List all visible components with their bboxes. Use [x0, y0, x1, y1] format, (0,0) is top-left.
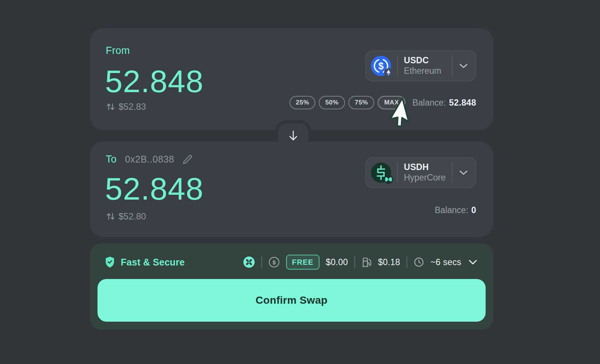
chevron-down-icon: [459, 170, 468, 176]
expand-details-button[interactable]: [468, 259, 478, 266]
dollar-circle-icon: $: [268, 257, 280, 268]
to-balance-label: Balance:: [435, 205, 468, 215]
from-fiat-value: $52.83: [118, 101, 146, 112]
from-balance-label: Balance:: [412, 98, 446, 108]
percent-25-button[interactable]: 25%: [290, 96, 316, 109]
to-card: To 0x2B..0838 52.848 $52.80: [90, 142, 493, 237]
percent-row: 25% 50% 75% MAX Balance: 52.848: [290, 96, 476, 109]
fee-value: $0.00: [326, 257, 348, 267]
gas-value: $0.18: [378, 257, 400, 267]
from-card: From 52.848 $52.83 $: [90, 28, 493, 130]
to-fiat-row: $52.80: [106, 211, 146, 222]
edit-recipient-button[interactable]: [183, 155, 192, 164]
to-fiat-value: $52.80: [118, 211, 146, 222]
free-fee-badge: FREE: [286, 255, 320, 270]
usdh-token-icon: [371, 163, 391, 183]
from-label: From: [106, 45, 130, 57]
from-token-symbol: USDC: [404, 55, 429, 66]
to-token-selector[interactable]: USDH HyperCore: [365, 157, 476, 188]
from-fiat-row: $52.83: [106, 101, 146, 112]
security-status: Fast & Secure: [104, 256, 185, 268]
from-balance: Balance: 52.848: [412, 98, 476, 108]
token-selector-divider: [397, 163, 398, 183]
shield-check-icon: [104, 256, 116, 268]
swap-summary-panel: Fast & Secure $ FREE $0.00: [90, 243, 493, 330]
gas-pump-icon: [362, 257, 372, 267]
percent-50-button[interactable]: 50%: [319, 96, 345, 109]
from-token-network: Ethereum: [404, 66, 441, 76]
clock-icon: [414, 257, 424, 267]
from-balance-value: 52.848: [449, 98, 476, 108]
to-token-symbol: USDH: [404, 162, 429, 173]
svg-text:$: $: [272, 259, 276, 266]
percent-max-button[interactable]: MAX: [378, 96, 405, 109]
chevron-down-icon: [468, 259, 478, 266]
summary-row: Fast & Secure $ FREE $0.00: [104, 252, 478, 272]
summary-divider: [406, 257, 407, 268]
eta-value: ~6 secs: [430, 257, 461, 267]
percent-75-button[interactable]: 75%: [348, 96, 375, 109]
to-balance-value: 0: [471, 205, 476, 215]
summary-divider: [261, 257, 262, 268]
summary-divider: [354, 257, 355, 268]
across-protocol-icon: [243, 256, 255, 268]
swap-vertical-icon: [106, 212, 116, 221]
security-label: Fast & Secure: [121, 257, 185, 268]
swap-vertical-icon: [106, 102, 116, 112]
from-token-selector[interactable]: $ USDC Ethereum: [365, 51, 476, 81]
token-selector-divider: [452, 163, 453, 183]
summary-details: $ FREE $0.00 $0.18: [243, 255, 478, 270]
recipient-address: 0x2B..0838: [125, 154, 174, 165]
token-selector-divider: [452, 56, 453, 76]
to-label: To: [106, 154, 117, 165]
hypercore-network-badge: [384, 175, 393, 184]
to-balance: Balance: 0: [435, 205, 476, 215]
arrow-down-icon: [288, 130, 299, 142]
usdc-token-icon: $: [371, 56, 391, 76]
from-amount-input[interactable]: 52.848: [105, 66, 204, 97]
confirm-swap-button[interactable]: Confirm Swap: [98, 279, 486, 322]
to-token-network: HyperCore: [404, 173, 446, 183]
svg-text:$: $: [378, 61, 384, 71]
token-selector-divider: [397, 56, 398, 76]
chevron-down-icon: [459, 63, 468, 69]
pencil-icon: [183, 155, 192, 164]
ethereum-network-badge: [384, 68, 393, 77]
to-amount-value: 52.848: [105, 173, 204, 204]
